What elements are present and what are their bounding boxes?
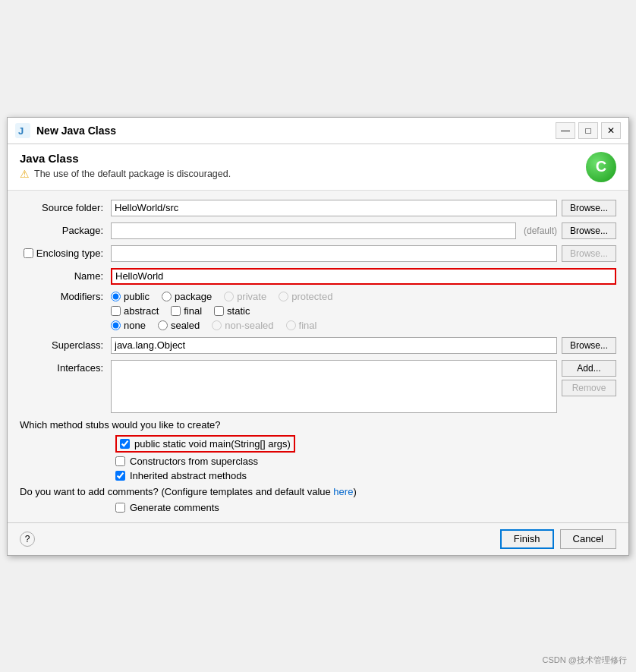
modifiers-label: Modifiers:: [20, 291, 111, 302]
modifier-non-sealed-radio[interactable]: [212, 320, 222, 330]
modifier-private-radio[interactable]: [224, 292, 234, 301]
package-default-text: (default): [524, 226, 557, 236]
name-input[interactable]: [111, 268, 616, 285]
modifier-protected[interactable]: protected: [279, 291, 332, 302]
close-button[interactable]: ✕: [601, 122, 621, 139]
generate-comments-row: Generate comments: [115, 502, 616, 513]
comments-question-end: ): [353, 486, 356, 497]
modifier-non-sealed[interactable]: non-sealed: [212, 320, 273, 331]
source-folder-input[interactable]: [111, 200, 557, 216]
modifier-package-radio[interactable]: [162, 292, 172, 301]
stub-inherited-checkbox[interactable]: [115, 471, 125, 481]
modifiers-section: Modifiers: public package private: [20, 291, 616, 331]
name-label: Name:: [20, 268, 111, 282]
access-modifiers-group: public package private protected: [111, 291, 332, 302]
modifier-private-label: private: [237, 291, 266, 302]
modifier-private[interactable]: private: [224, 291, 266, 302]
enclosing-type-label-text: Enclosing type:: [36, 248, 103, 259]
name-row: Name:: [20, 268, 616, 285]
source-folder-browse-button[interactable]: Browse...: [562, 200, 616, 216]
modifier-none[interactable]: none: [111, 320, 146, 331]
comments-question-text: Do you want to add comments? (Configure …: [20, 486, 333, 497]
sealed-modifiers-group: none sealed non-sealed final: [111, 320, 316, 331]
modifier-static-checkbox[interactable]: [214, 306, 224, 316]
header-left: Java Class ⚠ The use of the default pack…: [20, 152, 231, 180]
header-warning: ⚠ The use of the default package is disc…: [20, 168, 231, 180]
enclosing-type-checkbox-label[interactable]: Enclosing type:: [24, 248, 103, 259]
source-folder-label: Source folder:: [20, 200, 111, 213]
modifier-non-sealed-label: non-sealed: [225, 320, 273, 331]
help-button[interactable]: ?: [20, 532, 35, 547]
stub-item-2: Inherited abstract methods: [115, 470, 616, 481]
title-bar-left: J New Java Class: [15, 123, 116, 138]
package-controls: (default) Browse...: [111, 222, 616, 239]
dialog-title: New Java Class: [36, 125, 116, 137]
header-title: Java Class: [20, 152, 231, 165]
comments-here-link[interactable]: here: [333, 486, 353, 497]
modifier-final-checkbox[interactable]: [171, 306, 181, 316]
enclosing-type-checkbox[interactable]: [24, 248, 33, 258]
stub-main-text: public static void main(String[] args): [134, 438, 291, 450]
finish-button[interactable]: Finish: [500, 529, 554, 549]
svg-text:J: J: [18, 125, 24, 137]
title-bar: J New Java Class — □ ✕: [8, 118, 628, 144]
package-browse-button[interactable]: Browse...: [562, 222, 616, 239]
modifier-package[interactable]: package: [162, 291, 212, 302]
minimize-button[interactable]: —: [556, 122, 575, 139]
modifier-static[interactable]: static: [214, 305, 250, 317]
superclass-input[interactable]: [111, 337, 557, 354]
package-row: Package: (default) Browse...: [20, 222, 616, 239]
superclass-label: Superclass:: [20, 337, 111, 351]
stub-inherited-text: Inherited abstract methods: [130, 470, 247, 481]
source-folder-row: Source folder: Browse...: [20, 200, 616, 216]
modifier-abstract-checkbox[interactable]: [111, 306, 121, 316]
modifier-none-radio[interactable]: [111, 320, 121, 330]
name-controls: [111, 268, 616, 285]
cancel-button[interactable]: Cancel: [560, 529, 616, 549]
modifier-final2[interactable]: final: [286, 320, 317, 331]
header-section: Java Class ⚠ The use of the default pack…: [8, 144, 628, 191]
interfaces-label: Interfaces:: [20, 360, 111, 374]
stub-constructors-text: Constructors from superclass: [130, 456, 258, 467]
maximize-button[interactable]: □: [578, 122, 598, 139]
modifier-abstract-label: abstract: [124, 305, 159, 317]
modifier-public-label: public: [124, 291, 150, 302]
modifier-final-label: final: [184, 305, 202, 317]
interfaces-list: [111, 360, 557, 413]
modifier-public-radio[interactable]: [111, 292, 121, 301]
stub-item-1: Constructors from superclass: [115, 456, 616, 467]
generate-comments-label[interactable]: Generate comments: [115, 502, 219, 513]
superclass-browse-button[interactable]: Browse...: [562, 337, 616, 354]
enclosing-type-input[interactable]: [111, 245, 557, 262]
modifier-sealed[interactable]: sealed: [158, 320, 200, 331]
modifier-final[interactable]: final: [171, 305, 202, 317]
modifier-sealed-radio[interactable]: [158, 320, 168, 330]
warning-text: The use of the default package is discou…: [34, 169, 231, 179]
stub-main-checkbox[interactable]: [120, 439, 130, 449]
stub-constructors-label[interactable]: Constructors from superclass: [115, 456, 258, 467]
package-input[interactable]: [111, 222, 516, 239]
form-content: Source folder: Browse... Package: (defau…: [8, 191, 628, 522]
modifier-protected-radio[interactable]: [279, 292, 288, 301]
interfaces-add-button[interactable]: Add...: [562, 360, 616, 377]
modifier-abstract[interactable]: abstract: [111, 305, 159, 317]
modifier-static-label: static: [227, 305, 250, 317]
stubs-question: Which method stubs would you like to cre…: [20, 419, 616, 431]
stubs-section: Which method stubs would you like to cre…: [20, 419, 616, 481]
interfaces-buttons: Add... Remove: [562, 360, 616, 396]
modifiers-row1: Modifiers: public package private: [20, 291, 616, 302]
interfaces-remove-button[interactable]: Remove: [562, 380, 616, 396]
interfaces-row: Interfaces: Add... Remove: [20, 360, 616, 413]
stub-main-label[interactable]: public static void main(String[] args): [115, 435, 295, 453]
new-java-class-dialog: J New Java Class — □ ✕ Java Class ⚠ The …: [7, 117, 629, 556]
source-folder-controls: Browse...: [111, 200, 616, 216]
stub-constructors-checkbox[interactable]: [115, 456, 125, 466]
stub-inherited-label[interactable]: Inherited abstract methods: [115, 470, 247, 481]
modifier-public[interactable]: public: [111, 291, 150, 302]
generate-comments-checkbox[interactable]: [115, 503, 125, 513]
superclass-controls: Browse...: [111, 337, 616, 354]
enclosing-type-browse-button[interactable]: Browse...: [562, 245, 616, 262]
modifier-none-label: none: [124, 320, 146, 331]
title-controls: — □ ✕: [556, 122, 621, 139]
modifier-final2-radio[interactable]: [286, 320, 296, 330]
